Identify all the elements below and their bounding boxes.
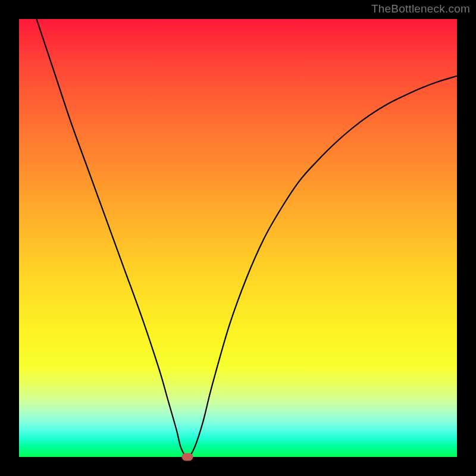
bottleneck-curve [19, 19, 457, 457]
optimum-marker [182, 453, 193, 461]
chart-plot-area [19, 19, 457, 457]
chart-frame: TheBottleneck.com [0, 0, 476, 476]
watermark-text: TheBottleneck.com [371, 2, 470, 15]
